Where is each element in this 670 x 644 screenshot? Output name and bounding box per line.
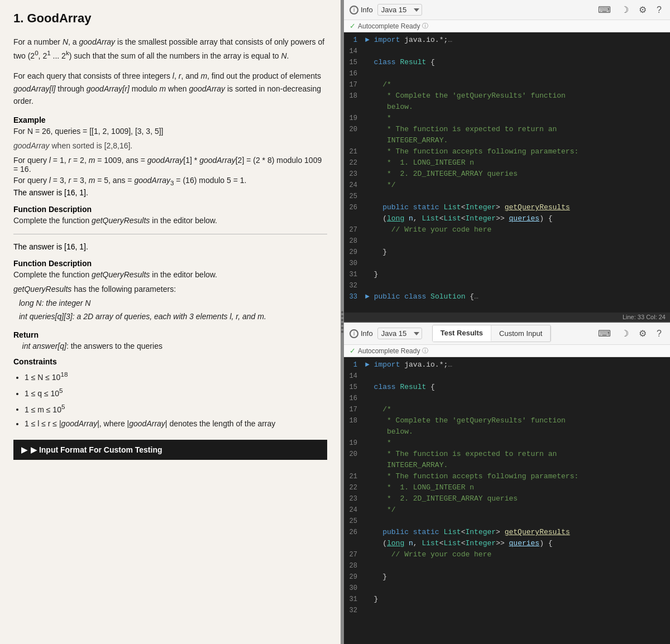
line-content-top-20: * The function is expected to return an <box>365 124 557 135</box>
params-list: long N: the integer N int queries[q][3]:… <box>13 297 327 324</box>
code-line-top-14: 14 <box>344 46 670 57</box>
tab-custom-input[interactable]: Custom Input <box>491 326 551 341</box>
query1: For query l = 1, r = 2, m = 1009, ans = … <box>13 156 327 174</box>
line-content-bot-18: * Complete the 'getQueryResults' functio… <box>365 415 566 426</box>
line-content-top-31: } <box>365 269 378 280</box>
left-panel: 1. GoodArray For a number N, a goodArray… <box>0 0 341 644</box>
line-content-top-23: * 2. 2D_INTEGER_ARRAY queries <box>365 169 518 180</box>
line-num-bot-16: 16 <box>345 393 365 404</box>
problem-description-p2: For each query that consists of three in… <box>13 70 327 107</box>
line-content-top-18b: below. <box>365 102 413 113</box>
code-line-top-20b: INTEGER_ARRAY. <box>344 135 670 146</box>
constraint1: 1 ≤ N ≤ 1018 <box>25 368 327 385</box>
lang-select-top[interactable]: Java 15 Python 3 C++ <box>377 4 422 16</box>
editor-top: i Info Java 15 Python 3 C++ ⌨ ☽ ⚙ ? ✓ Au… <box>344 0 670 323</box>
constraint4: 1 ≤ l ≤ r ≤ |goodArray|, where |goodArra… <box>25 417 327 431</box>
line-num-top-26: 26 <box>345 202 365 213</box>
example-value: For N = 26, queries = [[1, 2, 1009], [3,… <box>13 127 327 136</box>
line-num-bot-31: 31 <box>345 594 365 605</box>
line-num-bot-26: 26 <box>345 527 365 538</box>
func-desc-label2: Function Description <box>13 259 327 268</box>
code-line-top-31: 31 } <box>344 269 670 280</box>
info-icon-bottom: i <box>350 329 358 338</box>
line-content-top-26: public static List<Integer> getQueryResu… <box>365 202 570 213</box>
answer2: The answer is [16, 1]. <box>13 242 327 251</box>
autocomplete-bar-bottom: ✓ Autocomplete Ready ⓘ <box>344 345 670 357</box>
input-format-bar[interactable]: ▶ ▶ Input Format For Custom Testing <box>13 440 327 460</box>
line-num-bot-25: 25 <box>345 516 365 527</box>
line-num-top-21: 21 <box>345 146 365 157</box>
line-num-top-17: 17 <box>345 79 365 90</box>
line-content-top-24: */ <box>365 180 396 191</box>
example-label: Example <box>13 116 327 124</box>
line-num-top-28: 28 <box>345 236 365 247</box>
autocomplete-checkmark-top: ✓ <box>350 22 356 30</box>
code-line-top-17: 17 /* <box>344 79 670 90</box>
func-desc-body1: Complete the function getQueryResults in… <box>13 216 327 225</box>
line-num-top-32: 32 <box>345 280 365 291</box>
code-line-bot-30: 30 <box>344 583 670 594</box>
code-line-bot-23: 23 * 2. 2D_INTEGER_ARRAY queries <box>344 493 670 504</box>
problem-title: 1. GoodArray <box>13 11 327 26</box>
line-num-top-14: 14 <box>345 46 365 57</box>
line-num-top-24: 24 <box>345 180 365 191</box>
split-dot5 <box>341 327 343 329</box>
code-line-top-32: 32 <box>344 280 670 291</box>
help-icon-bottom[interactable]: ? <box>654 328 664 340</box>
keyboard-icon-top[interactable]: ⌨ <box>595 3 614 16</box>
code-line-top-26b: (long n, List<List<Integer>> queries) { <box>344 213 670 224</box>
code-line-top-1: 1 ► import java.io.*;… <box>344 35 670 46</box>
code-line-top-21: 21 * The function accepts following para… <box>344 146 670 157</box>
code-line-top-16: 16 <box>344 68 670 79</box>
code-line-bot-19: 19 * <box>344 438 670 449</box>
line-content-bot-1: ► import java.io.*;… <box>365 359 452 371</box>
code-line-top-26: 26 public static List<Integer> getQueryR… <box>344 202 670 213</box>
line-content-bot-17: /* <box>365 404 391 415</box>
right-panel: i Info Java 15 Python 3 C++ ⌨ ☽ ⚙ ? ✓ Au… <box>344 0 670 644</box>
line-num-bot-17: 17 <box>345 404 365 415</box>
line-num-bot-20: 20 <box>345 449 365 460</box>
params-label: getQueryResults has the following parame… <box>13 285 327 294</box>
split-dot1 <box>341 311 343 314</box>
line-content-bot-20b: INTEGER_ARRAY. <box>365 460 448 471</box>
theme-icon-bottom[interactable]: ☽ <box>618 327 631 340</box>
split-dot6 <box>341 331 343 333</box>
theme-icon-top[interactable]: ☽ <box>618 3 631 16</box>
code-line-top-18b: below. <box>344 102 670 113</box>
line-num-bot-30: 30 <box>345 583 365 594</box>
line-content-bot-18b: below. <box>365 426 413 438</box>
code-line-bot-17: 17 /* <box>344 404 670 415</box>
settings-icon-top[interactable]: ⚙ <box>636 3 649 16</box>
code-line-bot-15: 15 class Result { <box>344 382 670 393</box>
info-label-top: Info <box>361 6 373 14</box>
func-desc-body2: Complete the function getQueryResults in… <box>13 270 327 279</box>
line-col-info-top: Line: 33 Col: 24 <box>344 313 670 321</box>
line-content-top-22: * 1. LONG_INTEGER n <box>365 157 474 169</box>
func-desc-label1: Function Description <box>13 205 327 214</box>
line-content-bot-21: * The function accepts following paramet… <box>365 471 578 482</box>
code-line-top-19: 19 * <box>344 113 670 124</box>
editor-top-toolbar: i Info Java 15 Python 3 C++ ⌨ ☽ ⚙ ? <box>344 0 670 20</box>
code-area-bottom[interactable]: 1 ► import java.io.*;… 14 15 class Resul… <box>344 357 670 644</box>
code-line-bot-28: 28 <box>344 560 670 571</box>
constraint3: 1 ≤ m ≤ 105 <box>25 401 327 417</box>
tab-test-results[interactable]: Test Results <box>433 325 491 342</box>
help-icon-top[interactable]: ? <box>654 4 664 16</box>
line-content-top-27: // Write your code here <box>365 224 491 236</box>
line-content-top-15: class Result { <box>365 57 435 68</box>
line-content-bot-31: } <box>365 594 378 605</box>
problem-description-p1: For a number N, a goodArray is the small… <box>13 36 327 62</box>
code-line-bot-31: 31 } <box>344 594 670 605</box>
info-badge-top: i Info <box>350 6 373 15</box>
split-dot3 <box>341 319 343 321</box>
settings-icon-bottom[interactable]: ⚙ <box>636 327 649 340</box>
keyboard-icon-bottom[interactable]: ⌨ <box>595 327 614 340</box>
split-divider[interactable] <box>341 0 344 644</box>
code-line-bot-21: 21 * The function accepts following para… <box>344 471 670 482</box>
code-line-bot-24: 24 */ <box>344 504 670 516</box>
lang-select-bottom[interactable]: Java 15 Python 3 C++ <box>377 328 422 339</box>
code-line-top-24: 24 */ <box>344 180 670 191</box>
code-area-top[interactable]: 1 ► import java.io.*;… 14 15 class Resul… <box>344 32 670 313</box>
info-label-bottom: Info <box>361 329 373 338</box>
code-line-top-27: 27 // Write your code here <box>344 224 670 236</box>
